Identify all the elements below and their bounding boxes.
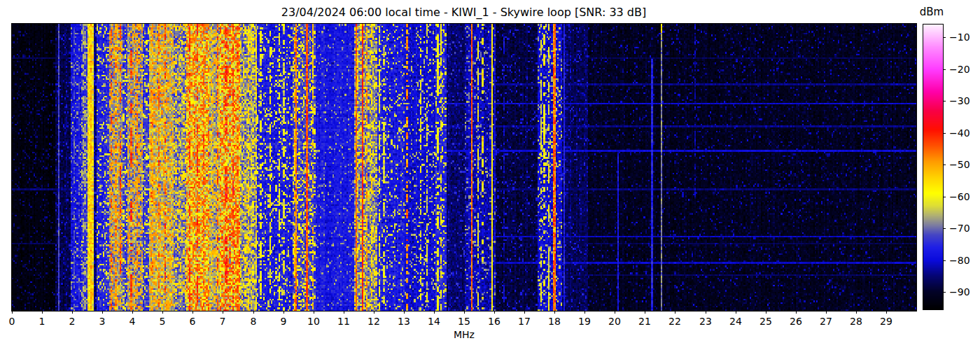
spectrogram-figure: 23/04/2024 06:00 local time - KIWI_1 - S… — [0, 0, 980, 350]
waterfall-heatmap — [11, 23, 917, 312]
x-tick-label: 16 — [482, 316, 506, 327]
colorbar-tick-mark — [943, 260, 946, 261]
x-tick-mark — [192, 311, 193, 314]
x-tick-mark — [615, 311, 615, 314]
x-tick-mark — [766, 311, 766, 314]
x-tick-mark — [102, 311, 103, 314]
x-tick-mark — [42, 311, 43, 314]
colorbar-tick-mark — [943, 133, 946, 134]
x-tick-label: 7 — [211, 316, 234, 327]
colorbar-tick-mark — [943, 228, 946, 229]
colorbar-tick-label: −60 — [949, 190, 970, 203]
x-tick-mark — [645, 311, 645, 314]
chart-title: 23/04/2024 06:00 local time - KIWI_1 - S… — [11, 6, 916, 19]
x-tick-label: 12 — [362, 316, 386, 327]
colorbar-tick-mark — [943, 37, 946, 38]
x-tick-label: 0 — [0, 316, 24, 327]
x-tick-mark — [706, 311, 706, 314]
x-tick-label: 17 — [512, 316, 536, 327]
x-tick-label: 10 — [302, 316, 326, 327]
x-tick-mark — [434, 311, 435, 314]
x-tick-label: 20 — [603, 316, 626, 327]
colorbar-unit-label: dBm — [913, 6, 950, 18]
x-tick-label: 13 — [392, 316, 416, 327]
x-tick-label: 9 — [272, 316, 295, 327]
x-tick-label: 4 — [120, 316, 144, 327]
x-tick-label: 1 — [30, 316, 54, 327]
x-tick-mark — [796, 311, 797, 314]
x-tick-label: 11 — [332, 316, 356, 327]
x-tick-label: 21 — [633, 316, 657, 327]
colorbar-tick-mark — [943, 292, 946, 293]
x-tick-mark — [344, 311, 344, 314]
x-tick-label: 22 — [663, 316, 687, 327]
x-tick-label: 27 — [814, 316, 838, 327]
x-tick-mark — [736, 311, 736, 314]
x-tick-mark — [404, 311, 405, 314]
x-tick-label: 29 — [874, 316, 898, 327]
x-tick-label: 25 — [754, 316, 778, 327]
x-tick-label: 8 — [241, 316, 265, 327]
colorbar-tick-label: −80 — [949, 254, 970, 267]
x-tick-mark — [584, 311, 585, 314]
x-tick-label: 14 — [422, 316, 446, 327]
colorbar-tick-mark — [943, 69, 946, 70]
x-tick-label: 18 — [542, 316, 566, 327]
x-tick-label: 26 — [784, 316, 808, 327]
x-tick-mark — [856, 311, 857, 314]
colorbar-tick-label: −70 — [949, 222, 970, 234]
x-tick-mark — [284, 311, 284, 314]
x-tick-mark — [826, 311, 827, 314]
x-tick-label: 23 — [694, 316, 718, 327]
colorbar-tick-label: −50 — [949, 158, 970, 171]
colorbar-tick-label: −40 — [949, 127, 970, 139]
x-tick-mark — [675, 311, 676, 314]
x-axis-label: MHz — [443, 329, 485, 340]
x-tick-mark — [72, 311, 73, 314]
colorbar-tick-label: −90 — [949, 286, 970, 298]
colorbar-tick-mark — [943, 164, 946, 165]
x-tick-label: 19 — [573, 316, 596, 327]
x-tick-label: 6 — [181, 316, 204, 327]
x-tick-mark — [314, 311, 314, 314]
x-tick-mark — [524, 311, 525, 314]
colorbar-tick-label: −30 — [949, 94, 970, 107]
x-tick-mark — [494, 311, 495, 314]
colorbar-tick-label: −10 — [949, 31, 970, 43]
x-tick-mark — [223, 311, 223, 314]
x-tick-mark — [554, 311, 555, 314]
colorbar-tick-mark — [943, 101, 946, 102]
x-tick-label: 15 — [452, 316, 476, 327]
x-tick-mark — [464, 311, 465, 314]
x-tick-mark — [132, 311, 133, 314]
colorbar — [923, 24, 944, 310]
x-tick-label: 3 — [90, 316, 114, 327]
colorbar-tick-label: −20 — [949, 63, 970, 76]
x-tick-mark — [374, 311, 374, 314]
x-tick-mark — [162, 311, 163, 314]
colorbar-tick-mark — [943, 197, 946, 197]
x-tick-mark — [886, 311, 887, 314]
x-tick-mark — [253, 311, 254, 314]
x-tick-label: 5 — [150, 316, 174, 327]
x-tick-mark — [12, 311, 13, 314]
x-tick-label: 28 — [844, 316, 868, 327]
x-tick-label: 24 — [724, 316, 748, 327]
x-tick-label: 2 — [60, 316, 84, 327]
